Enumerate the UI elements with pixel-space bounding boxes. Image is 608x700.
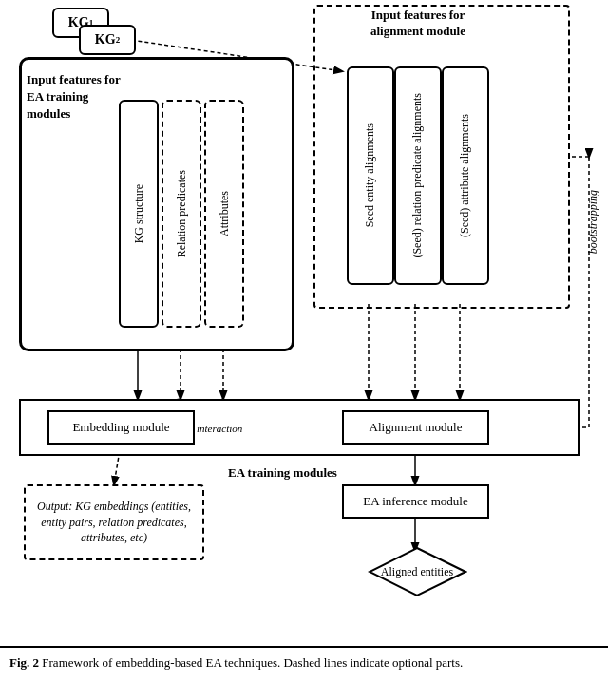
attributes-label: Attributes [218, 191, 231, 236]
svg-text:Aligned entities: Aligned entities [381, 565, 454, 578]
aligned-entities-diamond: Aligned entities [368, 546, 467, 598]
attributes-col: Attributes [204, 100, 244, 328]
seed-relation-col: (Seed) relation predicate alignments [394, 66, 442, 285]
kg-embeddings-text: Output: KG embeddings (entities, entity … [31, 499, 197, 546]
ea-training-label: Input features for EA training modules [27, 71, 126, 123]
caption-area: Fig. 2 Framework of embedding-based EA t… [0, 646, 608, 700]
seed-entity-col: Seed entity alignments [347, 66, 394, 285]
kg2-label: KG [95, 32, 116, 47]
alignment-module-box: Alignment module [342, 410, 489, 445]
relation-predicates-label: Relation predicates [175, 170, 188, 257]
relation-predicates-col: Relation predicates [162, 100, 201, 328]
kg2-sup: 2 [116, 35, 121, 45]
alignment-module-label: Alignment module [370, 420, 463, 435]
seed-relation-label: (Seed) relation predicate alignments [410, 93, 426, 258]
interaction-label: interaction [197, 423, 242, 434]
inference-module-box: EA inference module [342, 484, 489, 519]
embedding-module-box: Embedding module [48, 410, 195, 445]
alignment-input-label: Input features for alignment module [323, 8, 513, 40]
kg-structure-label: KG structure [132, 184, 145, 243]
kg-structure-col: KG structure [119, 100, 159, 328]
seed-entity-label: Seed entity alignments [363, 123, 378, 227]
caption-fig-label: Fig. 2 [10, 655, 39, 670]
caption-text: Framework of embedding-based EA techniqu… [39, 655, 463, 670]
kg2-box: KG2 [79, 25, 136, 55]
seed-attribute-label: (Seed) attribute alignments [458, 114, 473, 237]
ea-modules-bar-label: EA training modules [228, 465, 337, 481]
diagram-area: KG1 KG2 Input features for alignment mod… [0, 0, 608, 646]
embedding-module-label: Embedding module [72, 420, 169, 435]
seed-attribute-col: (Seed) attribute alignments [442, 66, 489, 285]
bootstrapping-label: bootstrapping [586, 190, 600, 254]
inference-module-label: EA inference module [363, 494, 467, 509]
kg-embeddings-box: Output: KG embeddings (entities, entity … [24, 484, 204, 560]
